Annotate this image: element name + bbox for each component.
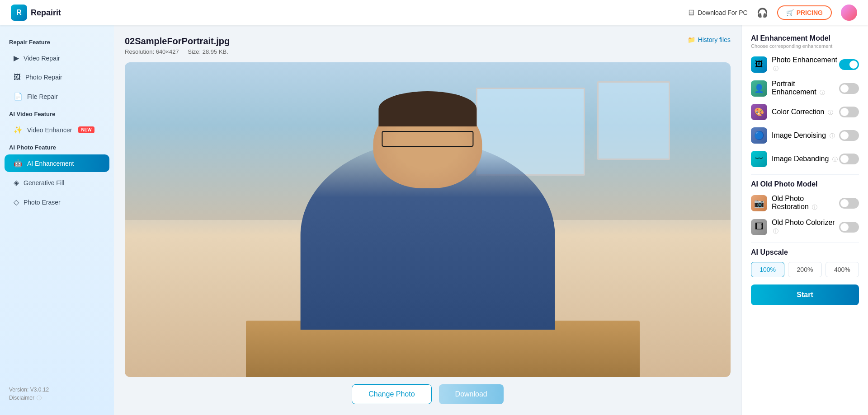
history-files-button[interactable]: 📁 History files	[688, 36, 731, 43]
disclaimer-info-icon: ⓘ	[37, 395, 42, 401]
file-info: 02SampleForPortrait.jpg Resolution: 640×…	[125, 36, 236, 55]
upscale-section: AI Upscale 100% 200% 400% Start	[751, 248, 859, 305]
portrait-enhancement-text: Portrait Enhancement	[772, 80, 816, 96]
sidebar-item-label-photo-eraser: Photo Eraser	[24, 199, 61, 206]
color-correction-item: 🎨 Color Correction ⓘ	[751, 104, 859, 120]
disclaimer-label: Disclaimer	[9, 395, 34, 401]
monitor-icon: 🖥	[687, 8, 695, 18]
pricing-label: PRICING	[797, 9, 823, 16]
image-debanding-item: 〰 Image Debanding ⓘ	[751, 151, 859, 167]
content-area: 02SampleForPortrait.jpg Resolution: 640×…	[114, 25, 741, 415]
old-photo-restoration-item: 📷 Old Photo Restoration ⓘ	[751, 195, 859, 211]
file-size: Size: 28.95 KB.	[188, 48, 228, 55]
old-photo-colorizer-icon: 🎞	[751, 219, 767, 235]
help-icon[interactable]: 🎧	[757, 7, 768, 18]
action-buttons: Change Photo Download	[125, 384, 731, 404]
app-logo[interactable]: R Repairit	[11, 5, 61, 21]
image-debanding-info-icon[interactable]: ⓘ	[832, 156, 838, 163]
old-photo-colorizer-label: Old Photo Colorizer ⓘ	[772, 219, 839, 235]
old-photo-restoration-left: 📷 Old Photo Restoration ⓘ	[751, 195, 839, 211]
photo-repair-icon: 🖼	[14, 73, 21, 81]
file-meta: Resolution: 640×427 Size: 28.95 KB.	[125, 48, 236, 55]
photo-enhancement-text: Photo Enhancement	[772, 56, 837, 64]
download-pc-label: Download For PC	[698, 9, 748, 16]
photo-enhancement-info-icon[interactable]: ⓘ	[773, 65, 778, 72]
file-header: 02SampleForPortrait.jpg Resolution: 640×…	[125, 36, 731, 55]
image-denoising-info-icon[interactable]: ⓘ	[830, 133, 835, 139]
disclaimer-link[interactable]: Disclaimer ⓘ	[9, 395, 105, 401]
image-denoising-text: Image Denoising	[772, 131, 826, 139]
old-photo-colorizer-toggle[interactable]	[839, 222, 859, 233]
download-pc-button[interactable]: 🖥 Download For PC	[687, 8, 748, 18]
portrait-enhancement-info-icon[interactable]: ⓘ	[820, 89, 825, 96]
color-correction-label: Color Correction ⓘ	[772, 108, 833, 117]
sidebar-item-label-photo-repair: Photo Repair	[25, 74, 62, 81]
history-files-label: History files	[698, 36, 731, 43]
person-face	[373, 100, 482, 188]
photo-enhancement-item: 🖼 Photo Enhancement ⓘ	[751, 56, 859, 73]
generative-fill-icon: ◈	[14, 178, 19, 187]
upscale-200-button[interactable]: 200%	[788, 262, 821, 277]
user-avatar[interactable]	[841, 5, 857, 21]
old-photo-restoration-text: Old Photo Restoration	[772, 195, 809, 210]
photo-eraser-icon: ◇	[14, 198, 19, 206]
sidebar-item-file-repair[interactable]: 📄 File Repair	[5, 88, 109, 105]
video-repair-icon: ▶	[14, 54, 19, 62]
sidebar-item-generative-fill[interactable]: ◈ Generative Fill	[5, 174, 109, 191]
file-repair-icon: 📄	[14, 92, 23, 101]
color-correction-left: 🎨 Color Correction ⓘ	[751, 104, 833, 120]
sidebar-item-label-ai-enhancement: AI Enhancement	[27, 160, 74, 167]
sidebar-item-photo-repair[interactable]: 🖼 Photo Repair	[5, 69, 109, 86]
color-correction-text: Color Correction	[772, 108, 824, 116]
ai-enhancement-model-title: AI Enhancement Model	[751, 34, 859, 42]
photo-preview	[125, 62, 731, 377]
ai-photo-feature-label: AI Photo Feature	[0, 140, 114, 154]
sidebar-bottom: Version: V3.0.12 Disclaimer ⓘ	[0, 382, 114, 406]
change-photo-button[interactable]: Change Photo	[352, 384, 431, 404]
version-label: Version: V3.0.12	[9, 387, 105, 393]
old-photo-restoration-toggle[interactable]	[839, 198, 859, 209]
color-correction-icon: 🎨	[751, 104, 767, 120]
sidebar-item-label-file-repair: File Repair	[27, 93, 58, 100]
old-photo-colorizer-text: Old Photo Colorizer	[772, 219, 835, 226]
old-photo-colorizer-item: 🎞 Old Photo Colorizer ⓘ	[751, 219, 859, 235]
sidebar-item-video-repair[interactable]: ▶ Video Repair	[5, 49, 109, 67]
sidebar-item-label-video-enhancer: Video Enhancer	[27, 126, 72, 134]
video-enhancer-icon: ✨	[14, 126, 23, 134]
portrait-enhancement-icon: 👤	[751, 80, 767, 97]
image-debanding-toggle[interactable]	[839, 154, 859, 164]
topnav: R Repairit 🖥 Download For PC 🎧 🛒 PRICING	[0, 0, 868, 25]
photo-enhancement-left: 🖼 Photo Enhancement ⓘ	[751, 56, 839, 73]
sidebar-item-ai-enhancement[interactable]: 🤖 AI Enhancement	[5, 154, 109, 172]
ai-enhancement-model-subtitle: Choose corresponding enhancement	[751, 43, 859, 49]
photo-enhancement-toggle[interactable]	[839, 59, 859, 70]
start-button[interactable]: Start	[751, 284, 859, 305]
color-correction-info-icon[interactable]: ⓘ	[828, 109, 833, 116]
folder-icon: 📁	[688, 36, 695, 43]
old-photo-restoration-info-icon[interactable]: ⓘ	[812, 204, 817, 210]
image-denoising-toggle[interactable]	[839, 130, 859, 141]
download-button[interactable]: Download	[439, 384, 504, 404]
upscale-100-button[interactable]: 100%	[751, 262, 784, 277]
old-photo-colorizer-info-icon[interactable]: ⓘ	[773, 228, 778, 234]
app-name: Repairit	[31, 8, 61, 18]
repair-feature-label: Repair Feature	[0, 34, 114, 48]
sidebar-item-label-video-repair: Video Repair	[24, 55, 60, 62]
file-resolution: Resolution: 640×427	[125, 48, 179, 55]
main-layout: Repair Feature ▶ Video Repair 🖼 Photo Re…	[0, 25, 868, 415]
pricing-button[interactable]: 🛒 PRICING	[777, 5, 832, 20]
new-badge: NEW	[78, 126, 94, 133]
old-photo-colorizer-left: 🎞 Old Photo Colorizer ⓘ	[751, 219, 839, 235]
upscale-400-button[interactable]: 400%	[826, 262, 859, 277]
sidebar: Repair Feature ▶ Video Repair 🖼 Photo Re…	[0, 25, 114, 415]
ai-old-photo-model-title: AI Old Photo Model	[751, 180, 859, 188]
image-denoising-item: 🔵 Image Denoising ⓘ	[751, 127, 859, 144]
panel-divider-2	[751, 242, 859, 243]
image-preview-container	[125, 62, 731, 377]
person-glasses	[382, 131, 474, 147]
sidebar-item-label-generative-fill: Generative Fill	[24, 179, 64, 187]
color-correction-toggle[interactable]	[839, 107, 859, 117]
sidebar-item-video-enhancer[interactable]: ✨ Video Enhancer NEW	[5, 121, 109, 139]
sidebar-item-photo-eraser[interactable]: ◇ Photo Eraser	[5, 193, 109, 211]
portrait-enhancement-toggle[interactable]	[839, 83, 859, 94]
